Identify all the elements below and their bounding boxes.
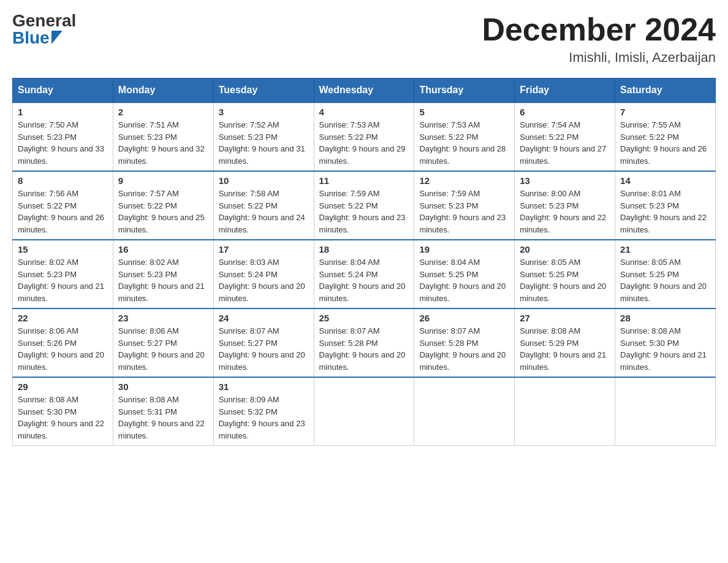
calendar-cell: 6 Sunrise: 7:54 AMSunset: 5:22 PMDayligh… [515, 102, 615, 171]
day-info: Sunrise: 8:05 AMSunset: 5:25 PMDaylight:… [520, 256, 610, 304]
calendar-cell: 18 Sunrise: 8:04 AMSunset: 5:24 PMDaylig… [314, 240, 414, 308]
calendar-cell: 25 Sunrise: 8:07 AMSunset: 5:28 PMDaylig… [314, 308, 414, 377]
day-info: Sunrise: 8:04 AMSunset: 5:25 PMDaylight:… [419, 256, 509, 304]
day-info: Sunrise: 7:59 AMSunset: 5:22 PMDaylight:… [319, 188, 409, 236]
calendar-week-row: 1 Sunrise: 7:50 AMSunset: 5:23 PMDayligh… [13, 102, 716, 171]
day-info: Sunrise: 8:03 AMSunset: 5:24 PMDaylight:… [219, 256, 309, 304]
calendar-cell: 14 Sunrise: 8:01 AMSunset: 5:23 PMDaylig… [615, 171, 716, 240]
calendar-cell: 21 Sunrise: 8:05 AMSunset: 5:25 PMDaylig… [615, 240, 716, 308]
day-header-thursday: Thursday [414, 79, 515, 103]
location-title: Imishli, Imisli, Azerbaijan [482, 50, 716, 66]
day-number: 13 [520, 175, 610, 186]
logo: General Blue [12, 12, 76, 47]
day-number: 18 [319, 244, 409, 255]
day-number: 5 [419, 107, 509, 117]
day-number: 11 [319, 175, 409, 186]
logo-general: General [12, 12, 76, 29]
day-info: Sunrise: 8:08 AMSunset: 5:30 PMDaylight:… [18, 394, 108, 442]
day-info: Sunrise: 8:02 AMSunset: 5:23 PMDaylight:… [118, 256, 208, 304]
day-info: Sunrise: 8:06 AMSunset: 5:27 PMDaylight:… [118, 325, 208, 373]
day-header-saturday: Saturday [615, 79, 716, 103]
calendar-cell: 23 Sunrise: 8:06 AMSunset: 5:27 PMDaylig… [113, 308, 213, 377]
day-info: Sunrise: 8:02 AMSunset: 5:23 PMDaylight:… [18, 256, 108, 304]
day-info: Sunrise: 8:08 AMSunset: 5:31 PMDaylight:… [118, 394, 208, 442]
logo-text: General Blue [12, 12, 76, 47]
day-number: 3 [219, 107, 309, 117]
day-number: 19 [419, 244, 509, 255]
day-info: Sunrise: 8:05 AMSunset: 5:25 PMDaylight:… [620, 256, 710, 304]
calendar-cell: 29 Sunrise: 8:08 AMSunset: 5:30 PMDaylig… [13, 377, 113, 446]
logo-triangle-icon [51, 31, 63, 47]
calendar-cell: 15 Sunrise: 8:02 AMSunset: 5:23 PMDaylig… [13, 240, 113, 308]
calendar-cell: 19 Sunrise: 8:04 AMSunset: 5:25 PMDaylig… [414, 240, 515, 308]
day-number: 17 [219, 244, 309, 255]
day-header-tuesday: Tuesday [213, 79, 314, 103]
day-number: 23 [118, 313, 208, 323]
day-header-sunday: Sunday [13, 79, 113, 103]
day-number: 31 [219, 381, 309, 392]
day-info: Sunrise: 8:06 AMSunset: 5:26 PMDaylight:… [18, 325, 108, 373]
day-number: 21 [620, 244, 710, 255]
calendar-cell: 28 Sunrise: 8:08 AMSunset: 5:30 PMDaylig… [615, 308, 716, 377]
day-number: 28 [620, 313, 710, 323]
day-number: 9 [118, 175, 208, 186]
day-info: Sunrise: 8:00 AMSunset: 5:23 PMDaylight:… [520, 188, 610, 236]
day-number: 27 [520, 313, 610, 323]
calendar-cell [414, 377, 515, 446]
day-number: 24 [219, 313, 309, 323]
day-info: Sunrise: 7:55 AMSunset: 5:22 PMDaylight:… [620, 119, 710, 167]
day-info: Sunrise: 8:08 AMSunset: 5:30 PMDaylight:… [620, 325, 710, 373]
day-info: Sunrise: 7:51 AMSunset: 5:23 PMDaylight:… [118, 119, 208, 167]
day-info: Sunrise: 8:09 AMSunset: 5:32 PMDaylight:… [219, 394, 309, 442]
calendar-cell: 11 Sunrise: 7:59 AMSunset: 5:22 PMDaylig… [314, 171, 414, 240]
day-info: Sunrise: 8:01 AMSunset: 5:23 PMDaylight:… [620, 188, 710, 236]
day-number: 20 [520, 244, 610, 255]
day-info: Sunrise: 7:54 AMSunset: 5:22 PMDaylight:… [520, 119, 610, 167]
calendar-cell: 26 Sunrise: 8:07 AMSunset: 5:28 PMDaylig… [414, 308, 515, 377]
calendar-week-row: 29 Sunrise: 8:08 AMSunset: 5:30 PMDaylig… [13, 377, 716, 446]
day-number: 30 [118, 381, 208, 392]
calendar-cell [515, 377, 615, 446]
day-number: 8 [18, 175, 108, 186]
day-number: 10 [219, 175, 309, 186]
calendar-cell: 27 Sunrise: 8:08 AMSunset: 5:29 PMDaylig… [515, 308, 615, 377]
day-number: 25 [319, 313, 409, 323]
day-info: Sunrise: 8:07 AMSunset: 5:28 PMDaylight:… [419, 325, 509, 373]
day-number: 16 [118, 244, 208, 255]
calendar-cell: 8 Sunrise: 7:56 AMSunset: 5:22 PMDayligh… [13, 171, 113, 240]
calendar-week-row: 15 Sunrise: 8:02 AMSunset: 5:23 PMDaylig… [13, 240, 716, 308]
calendar-cell: 30 Sunrise: 8:08 AMSunset: 5:31 PMDaylig… [113, 377, 213, 446]
calendar-cell [314, 377, 414, 446]
calendar-cell: 31 Sunrise: 8:09 AMSunset: 5:32 PMDaylig… [213, 377, 314, 446]
day-number: 22 [18, 313, 108, 323]
calendar-cell: 16 Sunrise: 8:02 AMSunset: 5:23 PMDaylig… [113, 240, 213, 308]
day-info: Sunrise: 7:59 AMSunset: 5:23 PMDaylight:… [419, 188, 509, 236]
calendar-cell: 20 Sunrise: 8:05 AMSunset: 5:25 PMDaylig… [515, 240, 615, 308]
calendar-cell: 13 Sunrise: 8:00 AMSunset: 5:23 PMDaylig… [515, 171, 615, 240]
calendar-cell: 2 Sunrise: 7:51 AMSunset: 5:23 PMDayligh… [113, 102, 213, 171]
calendar-cell: 24 Sunrise: 8:07 AMSunset: 5:27 PMDaylig… [213, 308, 314, 377]
day-number: 1 [18, 107, 108, 117]
day-info: Sunrise: 8:07 AMSunset: 5:27 PMDaylight:… [219, 325, 309, 373]
day-header-wednesday: Wednesday [314, 79, 414, 103]
calendar-cell: 12 Sunrise: 7:59 AMSunset: 5:23 PMDaylig… [414, 171, 515, 240]
day-header-monday: Monday [113, 79, 213, 103]
day-number: 29 [18, 381, 108, 392]
day-number: 26 [419, 313, 509, 323]
day-info: Sunrise: 7:58 AMSunset: 5:22 PMDaylight:… [219, 188, 309, 236]
day-number: 2 [118, 107, 208, 117]
calendar-cell: 17 Sunrise: 8:03 AMSunset: 5:24 PMDaylig… [213, 240, 314, 308]
calendar-cell [615, 377, 716, 446]
day-info: Sunrise: 8:04 AMSunset: 5:24 PMDaylight:… [319, 256, 409, 304]
calendar-cell: 9 Sunrise: 7:57 AMSunset: 5:22 PMDayligh… [113, 171, 213, 240]
calendar-cell: 10 Sunrise: 7:58 AMSunset: 5:22 PMDaylig… [213, 171, 314, 240]
calendar-table: SundayMondayTuesdayWednesdayThursdayFrid… [12, 78, 716, 446]
day-info: Sunrise: 7:52 AMSunset: 5:23 PMDaylight:… [219, 119, 309, 167]
logo-blue: Blue [12, 29, 50, 47]
day-info: Sunrise: 7:56 AMSunset: 5:22 PMDaylight:… [18, 188, 108, 236]
day-header-friday: Friday [515, 79, 615, 103]
month-title: December 2024 [482, 12, 716, 47]
calendar-cell: 5 Sunrise: 7:53 AMSunset: 5:22 PMDayligh… [414, 102, 515, 171]
day-number: 15 [18, 244, 108, 255]
day-number: 6 [520, 107, 610, 117]
